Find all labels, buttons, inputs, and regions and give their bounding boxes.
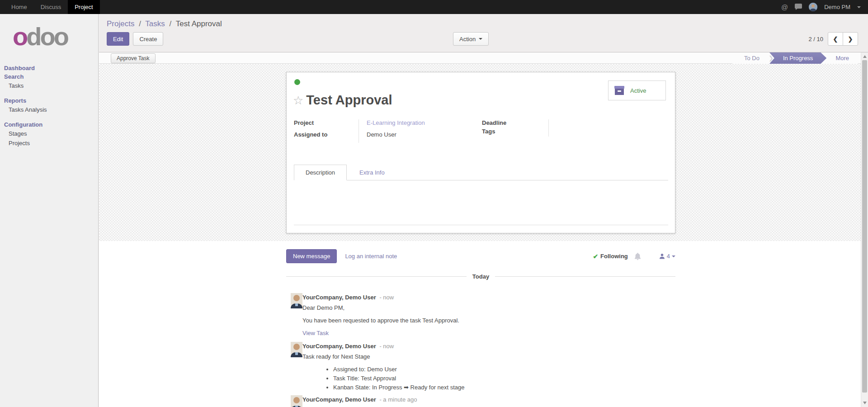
breadcrumb-projects[interactable]: Projects: [107, 19, 134, 28]
message-header: YourCompany, Demo User - now: [302, 342, 675, 350]
following-button[interactable]: ✔ Following: [593, 253, 627, 260]
tracking-values-list: Assigned to: Demo User Task Title: Test …: [302, 366, 675, 391]
message-body: Dear Demo PM, You have been requested to…: [302, 304, 675, 336]
create-button[interactable]: Create: [133, 32, 163, 46]
breadcrumb-current: Test Approval: [176, 19, 222, 28]
edit-button[interactable]: Edit: [107, 32, 129, 46]
stage-in-progress[interactable]: In Progress: [769, 52, 826, 64]
tracking-value: Assigned to: Demo User: [333, 366, 675, 373]
app-sidebar: odoo Dashboard Search Tasks Reports Task…: [0, 14, 99, 407]
follower-controls: ✔ Following 4: [593, 253, 675, 260]
message-time: - now: [377, 294, 394, 301]
sidebar-item-dashboard[interactable]: Dashboard: [0, 64, 98, 72]
sidebar-item-search[interactable]: Search: [0, 72, 98, 81]
topbar-systray: @ Demo PM: [781, 0, 868, 14]
sidebar-item-projects[interactable]: Projects: [0, 138, 98, 148]
tab-extra-info[interactable]: Extra Info: [347, 165, 397, 180]
chat-bubble-icon[interactable]: [795, 4, 802, 11]
message-author: YourCompany, Demo User: [302, 343, 376, 350]
followers-dropdown-button[interactable]: 4: [659, 253, 675, 260]
project-field-label: Project: [294, 119, 359, 131]
control-panel: Projects / Tasks / Test Approval Edit Cr…: [99, 14, 868, 52]
message-time: - a minute ago: [377, 396, 417, 403]
mentions-at-icon[interactable]: @: [781, 4, 788, 10]
tab-description[interactable]: Description: [294, 165, 347, 180]
sidebar-item-tasks-analysis[interactable]: Tasks Analysis: [0, 105, 98, 114]
scrollbar-thumb[interactable]: [862, 60, 867, 393]
action-dropdown-button[interactable]: Action: [453, 32, 489, 46]
menu-discuss[interactable]: Discuss: [34, 0, 68, 14]
date-divider: Today: [286, 273, 675, 280]
main-menu: Home Discuss Project: [0, 0, 100, 14]
view-task-link[interactable]: View Task: [302, 330, 329, 336]
vertical-scrollbar[interactable]: [861, 52, 868, 407]
deadline-field-value[interactable]: [548, 119, 618, 128]
author-avatar: [291, 395, 302, 407]
check-icon: ✔: [593, 253, 598, 260]
project-field-value[interactable]: E-Learning Integration: [359, 119, 482, 131]
chatter: New message Log an internal note ✔ Follo…: [99, 241, 861, 407]
tags-field-label: Tags: [482, 128, 548, 137]
odoo-logo[interactable]: odoo: [13, 24, 98, 49]
tags-field-value[interactable]: [548, 128, 618, 137]
assigned-to-field-value[interactable]: Demo User: [359, 131, 482, 143]
sidebar-section-configuration[interactable]: Configuration: [0, 120, 98, 129]
message-paragraph: Dear Demo PM,: [302, 304, 675, 311]
stage-todo[interactable]: To Do: [732, 52, 769, 64]
user-name[interactable]: Demo PM: [824, 4, 850, 10]
sidebar-section-reports[interactable]: Reports: [0, 96, 98, 105]
pager-next-button[interactable]: ❯: [843, 32, 858, 46]
sheet-divider: [294, 225, 668, 225]
form-buttons: Edit Create: [107, 32, 163, 46]
stage-more[interactable]: More: [826, 52, 858, 64]
message-time: - now: [377, 343, 394, 350]
kanban-state-dot[interactable]: [294, 79, 300, 85]
field-group-left: Project E-Learning Integration Assigned …: [294, 119, 482, 143]
author-avatar: [291, 342, 302, 357]
odoo-app: Home Discuss Project @ Demo PM odoo Dash…: [0, 0, 868, 407]
stage-widget: To Do ❯ In Progress More: [732, 52, 858, 64]
tracking-value: Kanban State: In Progress ➡ Ready for ne…: [333, 384, 675, 391]
message-header: YourCompany, Demo User - now: [302, 293, 675, 301]
chatter-message: YourCompany, Demo User - now Task ready …: [286, 342, 675, 393]
scroll-up-arrow-icon[interactable]: [863, 55, 867, 58]
message-header: YourCompany, Demo User - a minute ago: [302, 395, 675, 403]
menu-home[interactable]: Home: [5, 0, 34, 14]
archive-box-icon: [614, 86, 624, 95]
active-toggle-label: Active: [630, 87, 646, 94]
user-avatar[interactable]: [809, 3, 817, 11]
bell-icon[interactable]: [634, 253, 641, 260]
sidebar-item-stages[interactable]: Stages: [0, 129, 98, 138]
favorite-star-icon[interactable]: ☆: [293, 95, 303, 106]
breadcrumb: Projects / Tasks / Test Approval: [107, 19, 222, 28]
user-menu-caret-icon[interactable]: [857, 6, 861, 8]
log-internal-note-link[interactable]: Log an internal note: [345, 253, 397, 260]
message-paragraph: Task ready for Next Stage: [302, 353, 675, 360]
field-group-right: Deadline Tags: [482, 119, 618, 137]
breadcrumb-separator: /: [137, 19, 143, 28]
action-caret-icon: [479, 38, 482, 40]
chatter-message: YourCompany, Demo User - a minute ago: [286, 395, 675, 403]
chatter-message: YourCompany, Demo User - now Dear Demo P…: [286, 293, 675, 336]
new-message-button[interactable]: New message: [286, 249, 337, 263]
message-author: YourCompany, Demo User: [302, 294, 376, 301]
approve-task-button[interactable]: Approve Task: [111, 53, 156, 63]
breadcrumb-tasks[interactable]: Tasks: [145, 19, 165, 28]
sidebar-item-tasks[interactable]: Tasks: [0, 81, 98, 90]
form-statusbar: Approve Task To Do ❯ In Progress More: [99, 52, 861, 64]
top-navbar: Home Discuss Project @ Demo PM: [0, 0, 868, 14]
assigned-to-field-label: Assigned to: [294, 131, 359, 143]
deadline-field-label: Deadline: [482, 119, 548, 128]
followers-count: 4: [667, 253, 670, 260]
chatter-toolbar: New message Log an internal note ✔ Follo…: [286, 249, 675, 263]
followers-caret-icon: [672, 256, 675, 257]
notebook-tabs: Description Extra Info: [294, 164, 668, 180]
pager-previous-button[interactable]: ❮: [828, 32, 843, 46]
record-pager: 2 / 10 ❮ ❯: [808, 32, 858, 46]
active-toggle-button[interactable]: Active: [608, 80, 666, 100]
message-body: Task ready for Next Stage: [302, 353, 675, 360]
scroll-down-arrow-icon[interactable]: [863, 402, 867, 404]
menu-project[interactable]: Project: [68, 0, 99, 14]
tracking-value: Task Title: Test Approval: [333, 375, 675, 382]
form-view-background: Active ☆ Test Approval Project E-Learnin…: [99, 64, 861, 241]
